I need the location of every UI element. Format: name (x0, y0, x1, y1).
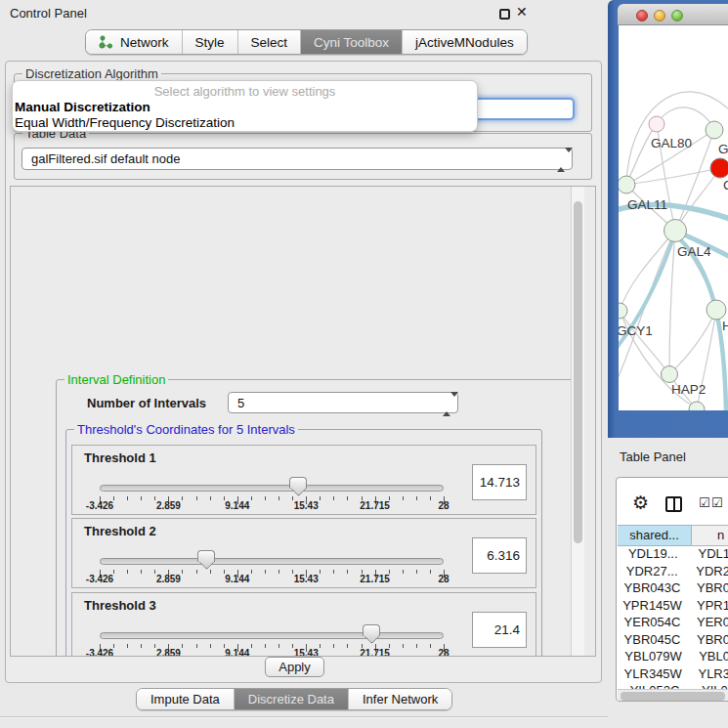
cell-name[interactable]: YPR1 (687, 598, 728, 616)
tab-network[interactable]: Network (86, 30, 183, 54)
cell-shared-name[interactable]: YBR043C (618, 580, 687, 598)
table-row[interactable]: YDR27...YDR2 (618, 564, 728, 581)
slider-tick (251, 496, 252, 500)
table-row[interactable]: YPR145WYPR1 (618, 598, 728, 616)
cell-shared-name[interactable]: YBL079W (618, 649, 689, 666)
slider-tick (141, 496, 142, 500)
slider-tick-label: 21.715 (360, 500, 390, 511)
table-hscrollbar-thumb[interactable] (621, 692, 725, 701)
tab-style[interactable]: Style (183, 30, 238, 54)
tab-discretize-data[interactable]: Discretize Data (235, 689, 349, 709)
slider-tick (141, 570, 142, 574)
network-node-green[interactable] (706, 121, 723, 139)
content-scrollbar-thumb[interactable] (574, 201, 582, 543)
slider-tick-label: 2.859 (156, 648, 181, 657)
column-header-shared-name[interactable]: shared... (618, 525, 692, 546)
column-header-name[interactable]: n (692, 525, 728, 546)
cell-shared-name[interactable]: YBR045C (618, 632, 687, 650)
network-edge (620, 311, 669, 374)
table-row[interactable]: YER054CYER0 (618, 615, 728, 632)
cell-name[interactable]: YBL0 (689, 649, 728, 666)
threshold-value-field[interactable]: 14.713 (472, 464, 527, 500)
slider-track[interactable] (100, 558, 444, 565)
network-canvas[interactable]: GAL80GACGAL11GAL4GCY1HHAP2 (619, 25, 728, 410)
cell-shared-name[interactable]: YLR345W (618, 666, 688, 684)
combo-spinner-icon[interactable] (443, 397, 450, 411)
network-node-green[interactable] (664, 220, 687, 242)
slider-tick-label: 9.144 (225, 648, 249, 657)
tab-infer-network[interactable]: Infer Network (349, 689, 451, 709)
cell-name[interactable]: YER0 (687, 615, 728, 632)
dropdown-option[interactable]: Manual Discretization (15, 100, 150, 114)
checkbox-icon[interactable]: ☑ (699, 495, 710, 510)
slider-thumb[interactable] (363, 624, 380, 636)
slider-tick (333, 644, 334, 648)
column-layout-icon[interactable] (665, 496, 682, 512)
cell-name[interactable]: YDL1 (688, 546, 728, 564)
table-hscrollbar[interactable] (618, 689, 728, 702)
interval-definition-title: Interval Definition (64, 372, 168, 387)
cell-name[interactable]: YDR2 (686, 564, 728, 581)
minimize-traffic-light-icon[interactable] (654, 10, 665, 21)
apply-button[interactable]: Apply (265, 657, 324, 677)
network-edge (657, 107, 714, 130)
table-panel-card: ⚙ ☑ ☑ shared... n YDL19...YDL1YDR27...YD… (616, 477, 728, 702)
cell-shared-name[interactable]: YDR27... (618, 564, 686, 581)
tab-select[interactable]: Select (238, 30, 302, 54)
cell-shared-name[interactable]: YER054C (618, 615, 687, 632)
slider-thumb[interactable] (289, 477, 307, 489)
slider-tick (182, 496, 183, 500)
number-of-intervals-combobox[interactable]: 5 (228, 392, 458, 413)
slider-thumb[interactable] (197, 550, 215, 562)
slider-track[interactable] (100, 485, 444, 492)
checkbox-icon[interactable]: ☑ (711, 495, 723, 510)
cell-name[interactable]: YBR0 (687, 632, 728, 650)
dropdown-option[interactable]: Equal Width/Frequency Discretization (15, 115, 235, 130)
slider-tick (127, 496, 128, 500)
cell-name[interactable]: YLR3 (688, 666, 728, 684)
network-window: GAL80GACGAL11GAL4GCY1HHAP2 (608, 0, 728, 438)
network-node-red[interactable] (710, 158, 728, 178)
tab-jactivemnodules[interactable]: jActiveMNodules (403, 30, 527, 54)
network-node-green[interactable] (619, 303, 627, 319)
float-window-icon[interactable] (499, 9, 510, 20)
threshold-value-field[interactable]: 6.316 (472, 537, 527, 574)
cell-name[interactable]: YBR0 (687, 580, 728, 598)
slider-tick (278, 496, 279, 500)
table-row[interactable]: YDL19...YDL1 (618, 546, 728, 564)
table-row[interactable]: YBR045CYBR0 (618, 632, 728, 650)
gear-icon[interactable]: ⚙ (632, 492, 649, 514)
slider-tick (320, 570, 321, 574)
slider-tick-label: 21.715 (360, 574, 390, 584)
tab-label: Style (195, 35, 225, 50)
threshold-value-field[interactable]: 21.4 (472, 612, 527, 648)
slider-tick (113, 644, 114, 648)
network-node-green[interactable] (662, 366, 678, 383)
right-pane: GAL80GACGAL11GAL4GCY1HHAP2 Table Panel ⚙… (608, 0, 728, 728)
dropdown-prompt-item[interactable]: Select algorithm to view settings (13, 84, 477, 99)
slider-tick (127, 570, 128, 574)
close-traffic-light-icon[interactable] (636, 10, 648, 21)
table-row[interactable]: YLR345WYLR3 (618, 666, 728, 684)
table-row[interactable]: YBL079WYBL0 (618, 649, 728, 666)
slider-tick (333, 496, 334, 500)
cell-shared-name[interactable]: YDL19... (618, 546, 688, 564)
tab-cyni-toolbox[interactable]: Cyni Toolbox (301, 30, 403, 54)
slider-tick (278, 644, 279, 648)
network-node-green[interactable] (707, 300, 726, 320)
number-of-intervals-value: 5 (237, 396, 244, 410)
table-data-combobox[interactable]: galFiltered.sif default node (21, 148, 573, 170)
combo-spinner-icon[interactable] (557, 152, 565, 167)
table-row[interactable]: YBR043CYBR0 (618, 580, 728, 598)
tab-impute-data[interactable]: Impute Data (137, 689, 235, 709)
slider-tick (182, 644, 183, 648)
slider-tick (210, 570, 211, 574)
zoom-traffic-light-icon[interactable] (671, 10, 683, 21)
slider-tick-label: 28 (438, 574, 449, 584)
close-icon[interactable]: ✕ (516, 4, 528, 20)
network-node-green[interactable] (619, 176, 635, 193)
network-window-titlebar[interactable] (618, 4, 728, 25)
network-node-pink[interactable] (649, 116, 664, 132)
slider-track[interactable] (100, 632, 444, 639)
cell-shared-name[interactable]: YPR145W (618, 598, 687, 616)
